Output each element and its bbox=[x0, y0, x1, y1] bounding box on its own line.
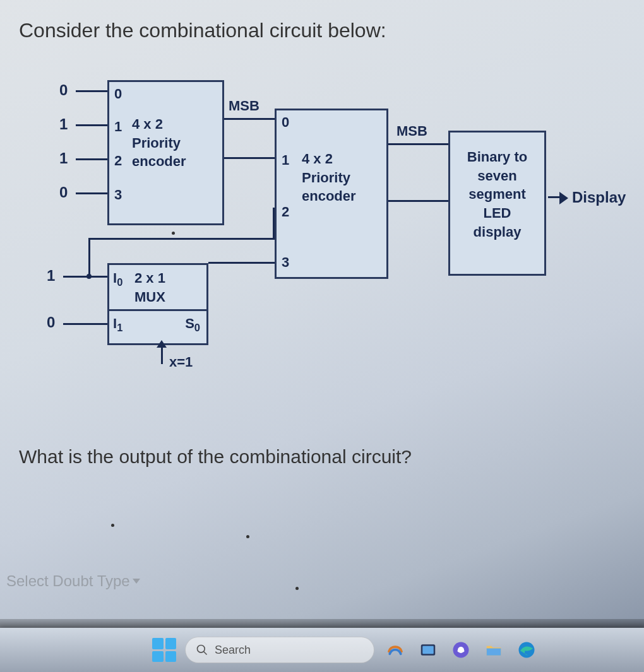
mux-in-i0: 1 bbox=[47, 267, 55, 285]
sevenseg-title: Binary to seven segment LED display bbox=[455, 148, 539, 241]
priority-encoder-2: 0 1 2 3 4 x 2 Priority encoder bbox=[275, 109, 388, 279]
taskbar-copilot-icon[interactable] bbox=[383, 638, 407, 662]
enc2-port-3: 3 bbox=[282, 254, 289, 271]
svg-point-5 bbox=[458, 647, 464, 653]
mux-select-value: x=1 bbox=[169, 354, 193, 370]
mux-s0-label: S0 bbox=[185, 315, 200, 334]
enc1-in-1: 1 bbox=[59, 115, 68, 133]
search-icon bbox=[196, 644, 208, 656]
mux-i0-label: I0 bbox=[113, 270, 122, 288]
question-title: Consider the combinational circuit below… bbox=[19, 19, 625, 42]
svg-rect-6 bbox=[487, 649, 501, 656]
question-prompt: What is the output of the combinational … bbox=[0, 446, 644, 468]
svg-rect-3 bbox=[422, 646, 434, 654]
priority-encoder-1: 0 1 2 3 4 x 2 Priority encoder bbox=[107, 80, 224, 225]
search-placeholder: Search bbox=[215, 644, 251, 657]
mux-in-i1: 0 bbox=[47, 314, 55, 331]
enc1-port-3: 3 bbox=[114, 187, 122, 203]
enc1-port-1: 1 bbox=[114, 119, 122, 135]
chevron-down-icon bbox=[133, 579, 140, 584]
enc1-port-0: 0 bbox=[114, 86, 122, 102]
enc2-port-2: 2 bbox=[282, 204, 289, 220]
svg-point-0 bbox=[198, 645, 205, 653]
start-button[interactable] bbox=[152, 638, 176, 662]
taskbar-file-explorer-icon[interactable] bbox=[482, 638, 506, 662]
enc2-port-0: 0 bbox=[282, 114, 289, 131]
display-output-label: Display bbox=[572, 189, 626, 206]
svg-line-1 bbox=[204, 652, 207, 655]
taskbar-gallery-icon[interactable] bbox=[416, 638, 440, 662]
enc1-in-0: 0 bbox=[59, 81, 68, 99]
enc1-in-2: 1 bbox=[59, 150, 68, 167]
enc1-port-2: 2 bbox=[114, 153, 122, 169]
circuit-diagram: 0 1 2 3 4 x 2 Priority encoder 0 1 1 0 M… bbox=[38, 68, 631, 433]
enc2-title: 4 x 2 Priority encoder bbox=[302, 150, 356, 206]
enc1-title: 4 x 2 Priority encoder bbox=[132, 115, 186, 171]
mux-title: 2 x 1 MUX bbox=[134, 269, 165, 306]
taskbar-search[interactable]: Search bbox=[185, 637, 374, 663]
taskbar-edge-icon[interactable] bbox=[515, 638, 539, 662]
doubt-type-selector[interactable]: Select Doubt Type bbox=[6, 572, 140, 590]
windows-taskbar: Search bbox=[0, 628, 644, 672]
enc1-in-3: 0 bbox=[59, 184, 68, 201]
mux-i1-label: I1 bbox=[113, 315, 122, 334]
mux-2x1: I0 2 x 1 MUX I1 S0 bbox=[107, 263, 208, 345]
enc1-msb-label: MSB bbox=[229, 98, 259, 114]
doubt-type-label: Select Doubt Type bbox=[6, 572, 130, 590]
enc2-msb-label: MSB bbox=[397, 123, 427, 139]
enc2-port-1: 1 bbox=[282, 152, 289, 168]
taskbar-chat-icon[interactable] bbox=[449, 638, 473, 662]
seven-segment-block: Binary to seven segment LED display bbox=[448, 131, 546, 276]
